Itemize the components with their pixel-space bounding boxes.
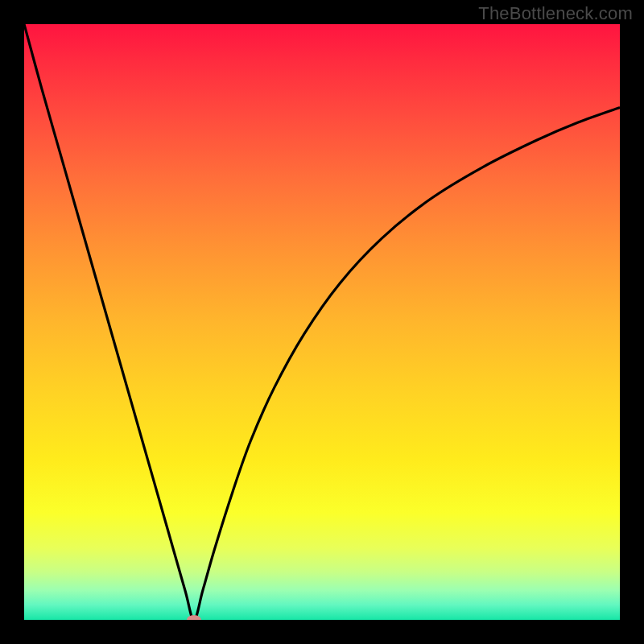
plot-area	[24, 24, 620, 620]
chart-frame: TheBottleneck.com	[0, 0, 644, 644]
min-marker	[187, 615, 201, 620]
watermark-text: TheBottleneck.com	[478, 3, 633, 24]
curve-layer	[24, 24, 620, 620]
bottleneck-curve	[24, 24, 620, 620]
